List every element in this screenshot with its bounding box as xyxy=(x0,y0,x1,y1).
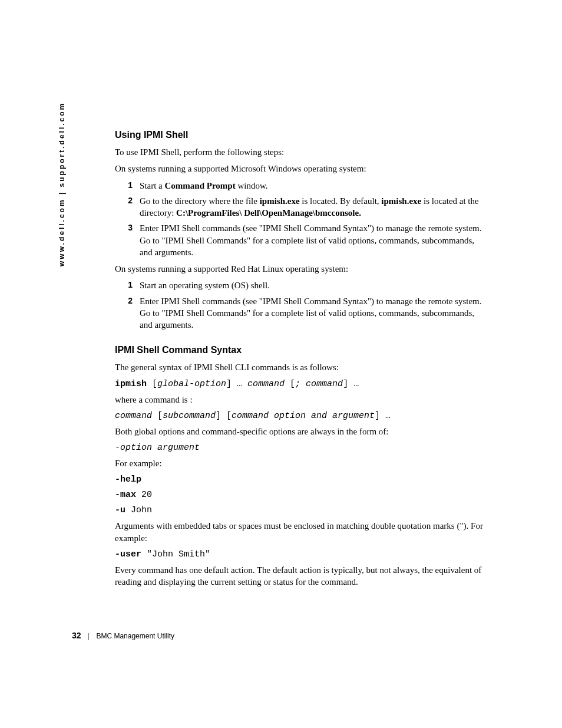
code: [ xyxy=(152,411,163,421)
code: - xyxy=(115,443,120,453)
example-u: -u John xyxy=(115,505,489,515)
code-italic: ; command xyxy=(295,379,343,389)
code-italic: subcommand xyxy=(163,411,216,421)
code: ] … xyxy=(226,379,247,389)
text: Go to the directory where the file xyxy=(140,196,260,206)
step-body: Start an operating system (OS) shell. xyxy=(140,279,489,291)
intro-paragraph: To use IPMI Shell, perform the following… xyxy=(115,146,489,158)
footer-separator: | xyxy=(88,632,90,640)
text: window. xyxy=(236,181,268,190)
code: 20 xyxy=(136,490,152,500)
step-body: Start a Command Prompt window. xyxy=(140,180,489,192)
list-item: 1 Start an operating system (OS) shell. xyxy=(115,279,489,291)
text-bold: ipmish.exe xyxy=(260,196,300,206)
step-number: 2 xyxy=(118,295,133,307)
list-item: 3 Enter IPMI Shell commands (see "IPMI S… xyxy=(115,222,489,258)
code: [ xyxy=(285,379,295,389)
code: [ xyxy=(147,379,157,389)
heading-using-ipmi-shell: Using IPMI Shell xyxy=(115,130,489,140)
text: Start a xyxy=(140,181,165,190)
text-bold: ipmish.exe xyxy=(381,196,421,206)
both-paragraph: Both global options and command-specific… xyxy=(115,426,489,437)
code: ] … xyxy=(375,411,391,421)
step-number: 2 xyxy=(118,195,133,206)
step-body: Enter IPMI Shell commands (see "IPMI She… xyxy=(140,222,489,258)
step-body: Go to the directory where the file ipmis… xyxy=(140,195,489,219)
page-footer: 32 | BMC Management Utility xyxy=(72,631,174,640)
step-body: Enter IPMI Shell commands (see "IPMI She… xyxy=(140,295,489,331)
windows-steps-list: 1 Start a Command Prompt window. 2 Go to… xyxy=(115,180,489,259)
text-bold: C:\ProgramFiles\ Dell\OpenManage\bmccons… xyxy=(176,208,361,218)
syntax-line-3: -option argument xyxy=(115,442,489,453)
code: ] [ xyxy=(216,411,232,421)
main-content: Using IPMI Shell To use IPMI Shell, perf… xyxy=(115,130,489,592)
code-bold: ipmish xyxy=(115,379,147,389)
footer-title: BMC Management Utility xyxy=(96,632,174,640)
step-number: 3 xyxy=(118,222,133,233)
step-number: 1 xyxy=(118,279,133,291)
syntax-line-2: command [subcommand] [command option and… xyxy=(115,410,489,421)
list-item: 1 Start a Command Prompt window. xyxy=(115,180,489,192)
args-paragraph: Arguments with embedded tabs or spaces m… xyxy=(115,520,489,544)
code-bold: -help xyxy=(115,475,141,485)
final-paragraph: Every command has one default action. Th… xyxy=(115,564,489,588)
code: John xyxy=(125,505,152,515)
code-italic: global-option xyxy=(157,379,226,389)
code-italic: option argument xyxy=(120,443,200,453)
for-example-label: For example: xyxy=(115,457,489,469)
step-number: 1 xyxy=(118,180,133,191)
code-italic: command option and argument xyxy=(232,411,375,421)
list-item: 2 Go to the directory where the file ipm… xyxy=(115,195,489,219)
syntax-intro: The general syntax of IPMI Shell CLI com… xyxy=(115,361,489,373)
windows-intro: On systems running a supported Microsoft… xyxy=(115,163,489,174)
code-bold: -user xyxy=(115,549,141,559)
page: www.dell.com | support.dell.com Using IP… xyxy=(0,0,562,728)
code-italic: command xyxy=(247,379,285,389)
code-bold: -u xyxy=(115,505,125,515)
linux-intro: On systems running a supported Red Hat L… xyxy=(115,263,489,275)
heading-ipmi-shell-command-syntax: IPMI Shell Command Syntax xyxy=(115,345,489,355)
sidebar-url-text: www.dell.com | support.dell.com xyxy=(58,102,66,266)
example-max: -max 20 xyxy=(115,489,489,500)
page-number: 32 xyxy=(72,631,81,640)
code-italic: command xyxy=(115,411,152,421)
example-user: -user "John Smith" xyxy=(115,549,489,559)
linux-steps-list: 1 Start an operating system (OS) shell. … xyxy=(115,279,489,331)
example-help: -help xyxy=(115,474,489,485)
code: ] … xyxy=(343,379,359,389)
code-bold: -max xyxy=(115,490,136,500)
text: is located. By default, xyxy=(300,196,382,206)
where-paragraph: where a command is : xyxy=(115,394,489,406)
text-bold: Command Prompt xyxy=(165,181,236,190)
syntax-line-1: ipmish [global-option] … command [; comm… xyxy=(115,378,489,389)
list-item: 2 Enter IPMI Shell commands (see "IPMI S… xyxy=(115,295,489,331)
code: "John Smith" xyxy=(141,549,210,559)
